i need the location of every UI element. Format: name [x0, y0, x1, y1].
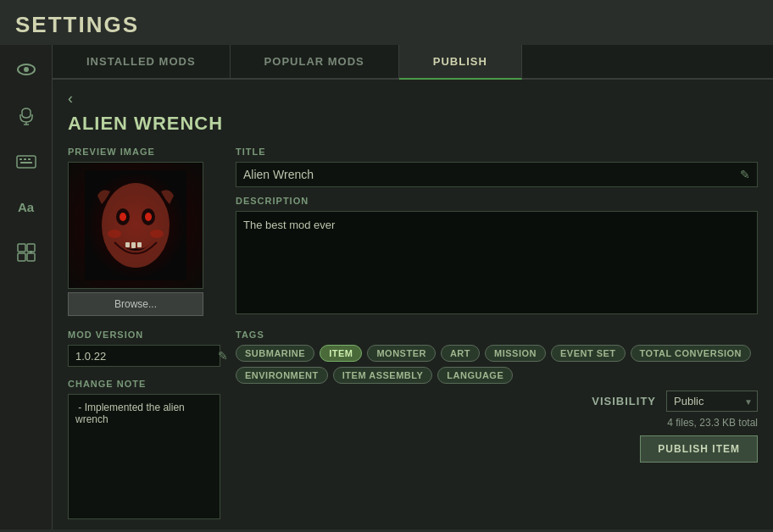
title-section: TITLE ✎	[236, 147, 758, 187]
preview-image-label: PREVIEW IMAGE	[68, 147, 220, 157]
svg-point-1	[24, 67, 29, 72]
svg-point-24	[108, 230, 121, 238]
sidebar-item-audio[interactable]	[5, 94, 47, 136]
sidebar-item-mods[interactable]	[5, 231, 47, 274]
title-input-row: ✎	[236, 162, 758, 187]
publish-content: ‹ ALIEN WRENCH PREVIEW IMAGE	[53, 80, 773, 529]
back-button[interactable]: ‹	[68, 90, 73, 108]
description-section: DESCRIPTION	[236, 196, 758, 318]
tag-submarine[interactable]: SUBMARINE	[236, 345, 314, 362]
svg-rect-23	[137, 242, 142, 247]
mod-version-input[interactable]	[75, 350, 218, 363]
tags-section: TAGS SUBMARINE ITEM MONSTER ART MISSION …	[236, 330, 758, 384]
sidebar-item-keyboard[interactable]	[5, 140, 47, 182]
tag-item[interactable]: ITEM	[320, 345, 362, 362]
edit-title-icon[interactable]: ✎	[740, 168, 750, 181]
browse-button[interactable]: Browse...	[68, 292, 203, 316]
svg-point-16	[102, 183, 170, 268]
svg-point-19	[120, 213, 126, 221]
description-textarea[interactable]	[236, 211, 758, 314]
preview-image-box	[68, 162, 203, 289]
svg-point-25	[150, 230, 164, 238]
change-note-textarea[interactable]	[68, 394, 220, 519]
mod-version-input-row: ✎	[68, 345, 220, 367]
publish-row: PUBLISH ITEM	[236, 435, 758, 463]
publish-button[interactable]: PUBLISH ITEM	[640, 435, 758, 463]
title-label: TITLE	[236, 147, 758, 157]
svg-point-20	[145, 213, 152, 221]
svg-rect-21	[125, 242, 130, 247]
tag-environment[interactable]: ENVIRONMENT	[236, 367, 328, 384]
tag-total-conversion[interactable]: TOTAL CONVERSION	[631, 345, 751, 362]
edit-version-icon[interactable]: ✎	[218, 349, 228, 363]
sidebar-item-font[interactable]: Aa	[5, 186, 47, 228]
svg-rect-22	[131, 242, 136, 248]
preview-graphic	[69, 163, 203, 288]
change-note-label: CHANGE NOTE	[68, 379, 220, 389]
left-column: PREVIEW IMAGE	[68, 147, 220, 523]
mod-version-label: MOD VERSION	[68, 330, 220, 340]
svg-rect-12	[27, 253, 35, 261]
tag-art[interactable]: ART	[441, 345, 480, 362]
visibility-select[interactable]: Public Friends Only Private	[666, 391, 758, 412]
tag-monster[interactable]: MONSTER	[367, 345, 436, 362]
mod-version-section: MOD VERSION ✎	[68, 330, 220, 367]
svg-rect-10	[27, 244, 35, 252]
svg-rect-8	[20, 162, 32, 163]
sidebar: Aa	[0, 45, 53, 529]
visibility-select-wrapper: Public Friends Only Private	[666, 391, 758, 412]
main-content: INSTALLED MODS POPULAR MODS PUBLISH ‹ AL…	[53, 45, 773, 529]
page-title: SETTINGS	[0, 0, 773, 45]
svg-rect-6	[24, 158, 26, 160]
tags-list: SUBMARINE ITEM MONSTER ART MISSION EVENT…	[236, 345, 758, 384]
tab-popular-mods[interactable]: POPULAR MODS	[231, 45, 399, 78]
svg-rect-11	[18, 253, 25, 261]
sidebar-item-eye[interactable]	[5, 48, 47, 91]
visibility-label: VISIBILITY	[592, 395, 656, 407]
tag-mission[interactable]: MISSION	[485, 345, 546, 362]
tag-item-assembly[interactable]: ITEM ASSEMBLY	[333, 367, 433, 384]
svg-rect-5	[19, 158, 22, 160]
svg-rect-9	[18, 244, 25, 252]
tags-label: TAGS	[236, 330, 758, 340]
change-note-section: CHANGE NOTE	[68, 379, 220, 523]
tabs-bar: INSTALLED MODS POPULAR MODS PUBLISH	[53, 45, 773, 80]
tab-installed-mods[interactable]: INSTALLED MODS	[53, 45, 231, 78]
tag-event-set[interactable]: EVENT SET	[551, 345, 626, 362]
tag-language[interactable]: LANGUAGE	[437, 367, 513, 384]
files-info: 4 files, 23.3 KB total	[667, 417, 758, 429]
right-column: TITLE ✎ DESCRIPTION TAGS SUBMARINE	[236, 147, 758, 523]
tab-publish[interactable]: PUBLISH	[399, 45, 522, 80]
svg-rect-7	[28, 158, 31, 160]
files-info-row: 4 files, 23.3 KB total	[236, 417, 758, 429]
title-input[interactable]	[243, 168, 740, 181]
description-label: DESCRIPTION	[236, 196, 758, 206]
visibility-row: VISIBILITY Public Friends Only Private	[236, 391, 758, 412]
mod-title: ALIEN WRENCH	[68, 113, 758, 135]
